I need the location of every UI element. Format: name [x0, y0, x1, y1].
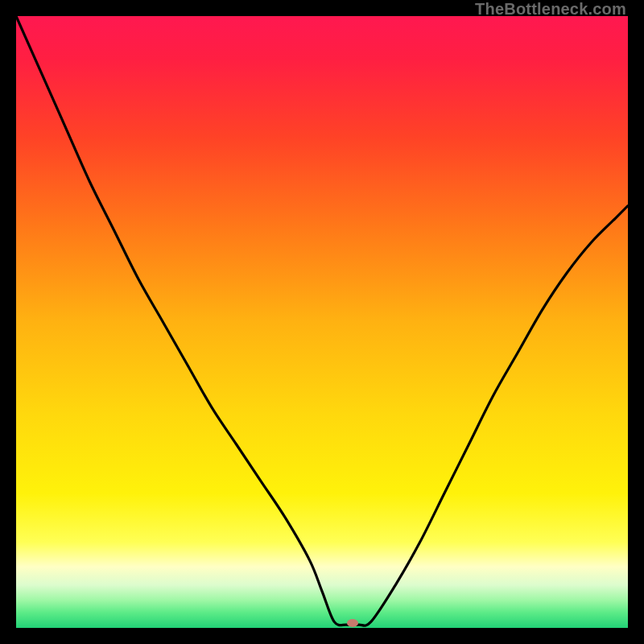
optimum-marker: [347, 619, 358, 627]
chart-frame: [16, 16, 628, 628]
bottleneck-chart: [16, 16, 628, 628]
watermark-text: TheBottleneck.com: [475, 0, 626, 19]
